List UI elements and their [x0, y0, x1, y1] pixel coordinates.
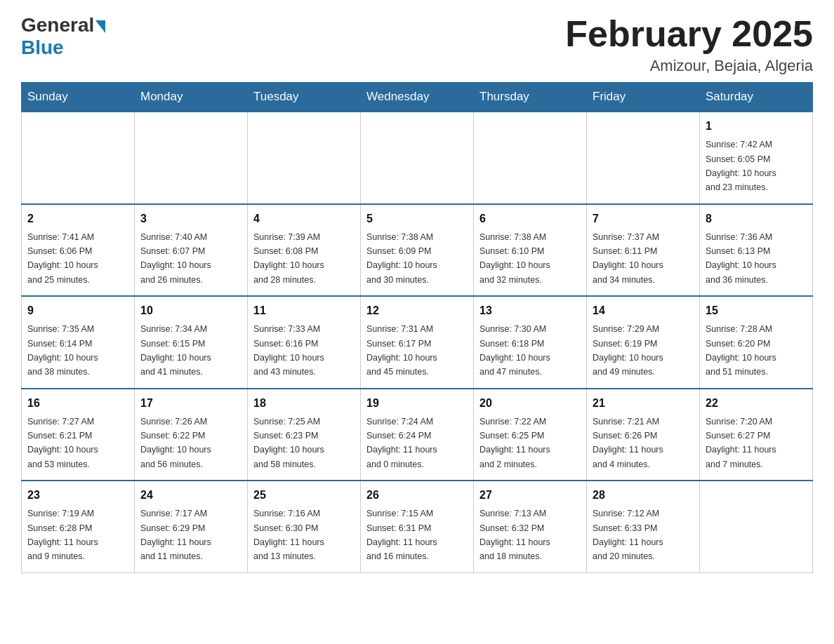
- day-info: Sunrise: 7:27 AM Sunset: 6:21 PM Dayligh…: [27, 417, 98, 469]
- calendar-cell: 7Sunrise: 7:37 AM Sunset: 6:11 PM Daylig…: [587, 204, 700, 297]
- day-number: 25: [253, 487, 355, 504]
- day-number: 23: [27, 487, 128, 504]
- day-info: Sunrise: 7:39 AM Sunset: 6:08 PM Dayligh…: [253, 232, 324, 285]
- calendar-cell: 1Sunrise: 7:42 AM Sunset: 6:05 PM Daylig…: [700, 112, 813, 204]
- calendar-cell: [135, 112, 248, 204]
- day-info: Sunrise: 7:30 AM Sunset: 6:18 PM Dayligh…: [479, 324, 550, 377]
- calendar-cell: [474, 112, 587, 204]
- day-number: 1: [706, 118, 807, 135]
- weekday-header-monday: Monday: [135, 83, 248, 112]
- day-info: Sunrise: 7:13 AM Sunset: 6:32 PM Dayligh…: [479, 509, 550, 561]
- day-number: 12: [366, 302, 468, 319]
- calendar-cell: 4Sunrise: 7:39 AM Sunset: 6:08 PM Daylig…: [248, 204, 361, 297]
- day-number: 4: [253, 210, 355, 227]
- day-info: Sunrise: 7:38 AM Sunset: 6:10 PM Dayligh…: [479, 232, 550, 285]
- calendar-cell: 28Sunrise: 7:12 AM Sunset: 6:33 PM Dayli…: [587, 481, 700, 572]
- day-info: Sunrise: 7:38 AM Sunset: 6:09 PM Dayligh…: [366, 232, 437, 285]
- calendar-cell: 22Sunrise: 7:20 AM Sunset: 6:27 PM Dayli…: [700, 389, 813, 481]
- weekday-header-row: SundayMondayTuesdayWednesdayThursdayFrid…: [22, 83, 813, 112]
- calendar-cell: 15Sunrise: 7:28 AM Sunset: 6:20 PM Dayli…: [700, 296, 813, 389]
- weekday-header-tuesday: Tuesday: [248, 83, 361, 112]
- day-number: 26: [366, 487, 468, 504]
- calendar-cell: 25Sunrise: 7:16 AM Sunset: 6:30 PM Dayli…: [248, 481, 361, 572]
- week-row-2: 2Sunrise: 7:41 AM Sunset: 6:06 PM Daylig…: [22, 204, 813, 297]
- day-info: Sunrise: 7:35 AM Sunset: 6:14 PM Dayligh…: [27, 324, 98, 377]
- calendar-cell: 20Sunrise: 7:22 AM Sunset: 6:25 PM Dayli…: [474, 389, 587, 481]
- day-number: 6: [479, 210, 581, 227]
- logo-general-text: General: [21, 14, 94, 36]
- week-row-1: 1Sunrise: 7:42 AM Sunset: 6:05 PM Daylig…: [22, 112, 813, 204]
- weekday-header-friday: Friday: [587, 83, 700, 112]
- week-row-3: 9Sunrise: 7:35 AM Sunset: 6:14 PM Daylig…: [22, 296, 813, 389]
- day-info: Sunrise: 7:15 AM Sunset: 6:31 PM Dayligh…: [366, 509, 437, 561]
- calendar-cell: 13Sunrise: 7:30 AM Sunset: 6:18 PM Dayli…: [474, 296, 587, 389]
- calendar-cell: 16Sunrise: 7:27 AM Sunset: 6:21 PM Dayli…: [22, 389, 135, 481]
- logo: General Blue: [21, 14, 105, 59]
- day-number: 15: [706, 302, 807, 319]
- day-info: Sunrise: 7:24 AM Sunset: 6:24 PM Dayligh…: [366, 417, 437, 469]
- day-info: Sunrise: 7:36 AM Sunset: 6:13 PM Dayligh…: [706, 232, 776, 285]
- day-info: Sunrise: 7:25 AM Sunset: 6:23 PM Dayligh…: [253, 417, 324, 469]
- day-number: 13: [479, 302, 581, 319]
- day-number: 20: [479, 395, 581, 412]
- day-number: 8: [706, 210, 807, 227]
- day-info: Sunrise: 7:40 AM Sunset: 6:07 PM Dayligh…: [140, 232, 211, 285]
- day-info: Sunrise: 7:20 AM Sunset: 6:27 PM Dayligh…: [706, 417, 776, 469]
- weekday-header-wednesday: Wednesday: [361, 83, 474, 112]
- day-info: Sunrise: 7:31 AM Sunset: 6:17 PM Dayligh…: [366, 324, 437, 377]
- weekday-header-sunday: Sunday: [22, 83, 135, 112]
- day-number: 3: [140, 210, 241, 227]
- weekday-header-thursday: Thursday: [474, 83, 587, 112]
- calendar-cell: 8Sunrise: 7:36 AM Sunset: 6:13 PM Daylig…: [700, 204, 813, 297]
- calendar-cell: 24Sunrise: 7:17 AM Sunset: 6:29 PM Dayli…: [135, 481, 248, 572]
- weekday-header-saturday: Saturday: [700, 83, 813, 112]
- day-number: 7: [593, 210, 694, 227]
- day-info: Sunrise: 7:26 AM Sunset: 6:22 PM Dayligh…: [140, 417, 211, 469]
- day-info: Sunrise: 7:28 AM Sunset: 6:20 PM Dayligh…: [706, 324, 776, 377]
- calendar-cell: [248, 112, 361, 204]
- calendar-cell: 18Sunrise: 7:25 AM Sunset: 6:23 PM Dayli…: [248, 389, 361, 481]
- calendar-cell: 19Sunrise: 7:24 AM Sunset: 6:24 PM Dayli…: [361, 389, 474, 481]
- day-number: 27: [479, 487, 581, 504]
- month-title: February 2025: [565, 14, 813, 54]
- day-number: 14: [593, 302, 694, 319]
- day-number: 18: [253, 395, 355, 412]
- day-number: 17: [140, 395, 241, 412]
- day-number: 28: [593, 487, 694, 504]
- title-area: February 2025 Amizour, Bejaia, Algeria: [565, 14, 813, 75]
- calendar-cell: 3Sunrise: 7:40 AM Sunset: 6:07 PM Daylig…: [135, 204, 248, 297]
- day-number: 11: [253, 302, 355, 319]
- calendar-cell: [700, 481, 813, 572]
- logo-arrow-icon: [95, 20, 105, 33]
- day-info: Sunrise: 7:33 AM Sunset: 6:16 PM Dayligh…: [253, 324, 324, 377]
- day-number: 24: [140, 487, 241, 504]
- day-info: Sunrise: 7:22 AM Sunset: 6:25 PM Dayligh…: [479, 417, 550, 469]
- calendar-cell: 27Sunrise: 7:13 AM Sunset: 6:32 PM Dayli…: [474, 481, 587, 572]
- calendar-cell: [22, 112, 135, 204]
- week-row-5: 23Sunrise: 7:19 AM Sunset: 6:28 PM Dayli…: [22, 481, 813, 572]
- day-info: Sunrise: 7:19 AM Sunset: 6:28 PM Dayligh…: [27, 509, 98, 561]
- day-info: Sunrise: 7:17 AM Sunset: 6:29 PM Dayligh…: [140, 509, 211, 561]
- day-number: 21: [593, 395, 694, 412]
- day-number: 9: [27, 302, 128, 319]
- calendar-table: SundayMondayTuesdayWednesdayThursdayFrid…: [21, 82, 813, 573]
- day-info: Sunrise: 7:37 AM Sunset: 6:11 PM Dayligh…: [593, 232, 663, 285]
- day-info: Sunrise: 7:21 AM Sunset: 6:26 PM Dayligh…: [593, 417, 663, 469]
- day-number: 10: [140, 302, 241, 319]
- calendar-cell: 26Sunrise: 7:15 AM Sunset: 6:31 PM Dayli…: [361, 481, 474, 572]
- day-number: 5: [366, 210, 468, 227]
- calendar-cell: 10Sunrise: 7:34 AM Sunset: 6:15 PM Dayli…: [135, 296, 248, 389]
- calendar-cell: 2Sunrise: 7:41 AM Sunset: 6:06 PM Daylig…: [22, 204, 135, 297]
- day-info: Sunrise: 7:12 AM Sunset: 6:33 PM Dayligh…: [593, 509, 663, 561]
- calendar-cell: [587, 112, 700, 204]
- logo-blue-text: Blue: [21, 36, 64, 59]
- calendar-cell: 12Sunrise: 7:31 AM Sunset: 6:17 PM Dayli…: [361, 296, 474, 389]
- day-number: 2: [27, 210, 128, 227]
- calendar-cell: [361, 112, 474, 204]
- day-info: Sunrise: 7:16 AM Sunset: 6:30 PM Dayligh…: [253, 509, 324, 561]
- week-row-4: 16Sunrise: 7:27 AM Sunset: 6:21 PM Dayli…: [22, 389, 813, 481]
- day-info: Sunrise: 7:29 AM Sunset: 6:19 PM Dayligh…: [593, 324, 663, 377]
- calendar-cell: 5Sunrise: 7:38 AM Sunset: 6:09 PM Daylig…: [361, 204, 474, 297]
- calendar-cell: 21Sunrise: 7:21 AM Sunset: 6:26 PM Dayli…: [587, 389, 700, 481]
- calendar-cell: 14Sunrise: 7:29 AM Sunset: 6:19 PM Dayli…: [587, 296, 700, 389]
